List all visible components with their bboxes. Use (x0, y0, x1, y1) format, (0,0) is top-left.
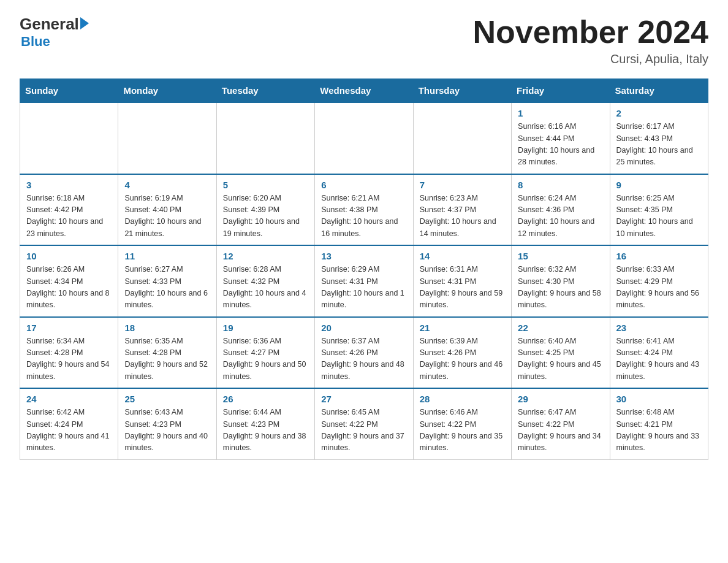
calendar-cell (20, 102, 118, 174)
calendar-cell: 13Sunrise: 6:29 AM Sunset: 4:31 PM Dayli… (315, 245, 413, 317)
day-number: 2 (616, 108, 702, 118)
calendar-cell (216, 102, 314, 174)
day-info: Sunrise: 6:24 AM Sunset: 4:36 PM Dayligh… (518, 193, 603, 240)
location-subtitle: Cursi, Apulia, Italy (473, 52, 708, 66)
calendar-cell: 4Sunrise: 6:19 AM Sunset: 4:40 PM Daylig… (118, 174, 216, 246)
calendar-cell: 7Sunrise: 6:23 AM Sunset: 4:37 PM Daylig… (413, 174, 511, 246)
day-number: 7 (420, 180, 505, 190)
day-info: Sunrise: 6:25 AM Sunset: 4:35 PM Dayligh… (616, 193, 702, 240)
week-row-5: 24Sunrise: 6:42 AM Sunset: 4:24 PM Dayli… (20, 388, 708, 459)
day-info: Sunrise: 6:21 AM Sunset: 4:38 PM Dayligh… (321, 193, 406, 240)
calendar-cell: 30Sunrise: 6:48 AM Sunset: 4:21 PM Dayli… (610, 388, 708, 459)
calendar-cell: 2Sunrise: 6:17 AM Sunset: 4:43 PM Daylig… (610, 102, 708, 174)
day-number: 4 (124, 180, 210, 190)
day-number: 12 (223, 251, 308, 261)
calendar-cell: 1Sunrise: 6:16 AM Sunset: 4:44 PM Daylig… (512, 102, 610, 174)
day-number: 17 (26, 323, 112, 333)
calendar-cell: 17Sunrise: 6:34 AM Sunset: 4:28 PM Dayli… (20, 317, 118, 389)
day-info: Sunrise: 6:41 AM Sunset: 4:24 PM Dayligh… (616, 335, 702, 383)
day-number: 13 (321, 251, 406, 261)
day-number: 24 (26, 394, 112, 404)
calendar-cell: 16Sunrise: 6:33 AM Sunset: 4:29 PM Dayli… (610, 245, 708, 317)
day-info: Sunrise: 6:28 AM Sunset: 4:32 PM Dayligh… (223, 264, 308, 312)
day-number: 30 (616, 394, 702, 404)
day-header-sunday: Sunday (20, 79, 118, 103)
calendar-cell: 21Sunrise: 6:39 AM Sunset: 4:26 PM Dayli… (413, 317, 511, 389)
day-info: Sunrise: 6:17 AM Sunset: 4:43 PM Dayligh… (616, 121, 702, 169)
day-info: Sunrise: 6:36 AM Sunset: 4:27 PM Dayligh… (223, 335, 308, 383)
day-info: Sunrise: 6:18 AM Sunset: 4:42 PM Dayligh… (26, 193, 112, 240)
week-row-4: 17Sunrise: 6:34 AM Sunset: 4:28 PM Dayli… (20, 317, 708, 389)
day-number: 18 (124, 323, 210, 333)
day-info: Sunrise: 6:43 AM Sunset: 4:23 PM Dayligh… (124, 407, 210, 454)
calendar-cell: 20Sunrise: 6:37 AM Sunset: 4:26 PM Dayli… (315, 317, 413, 389)
calendar-header-row: SundayMondayTuesdayWednesdayThursdayFrid… (20, 79, 708, 103)
day-number: 14 (420, 251, 505, 261)
calendar-cell: 27Sunrise: 6:45 AM Sunset: 4:22 PM Dayli… (315, 388, 413, 459)
logo: General Blue (20, 15, 89, 50)
day-number: 26 (223, 394, 308, 404)
day-number: 15 (518, 251, 603, 261)
logo-blue: Blue (21, 34, 50, 50)
day-number: 1 (518, 108, 603, 118)
day-number: 16 (616, 251, 702, 261)
calendar-cell: 6Sunrise: 6:21 AM Sunset: 4:38 PM Daylig… (315, 174, 413, 246)
day-header-tuesday: Tuesday (216, 79, 314, 103)
day-info: Sunrise: 6:37 AM Sunset: 4:26 PM Dayligh… (321, 335, 406, 383)
day-number: 9 (616, 180, 702, 190)
day-number: 3 (26, 180, 112, 190)
day-number: 23 (616, 323, 702, 333)
calendar-cell (118, 102, 216, 174)
calendar-table: SundayMondayTuesdayWednesdayThursdayFrid… (20, 79, 708, 460)
day-number: 29 (518, 394, 603, 404)
week-row-1: 1Sunrise: 6:16 AM Sunset: 4:44 PM Daylig… (20, 102, 708, 174)
calendar-cell: 23Sunrise: 6:41 AM Sunset: 4:24 PM Dayli… (610, 317, 708, 389)
day-info: Sunrise: 6:19 AM Sunset: 4:40 PM Dayligh… (124, 193, 210, 240)
logo-triangle-icon (80, 17, 89, 29)
page-header: General Blue November 2024 Cursi, Apulia… (20, 15, 708, 66)
day-info: Sunrise: 6:33 AM Sunset: 4:29 PM Dayligh… (616, 264, 702, 312)
calendar-cell: 15Sunrise: 6:32 AM Sunset: 4:30 PM Dayli… (512, 245, 610, 317)
day-number: 21 (420, 323, 505, 333)
day-number: 6 (321, 180, 406, 190)
day-info: Sunrise: 6:29 AM Sunset: 4:31 PM Dayligh… (321, 264, 406, 312)
day-number: 27 (321, 394, 406, 404)
day-info: Sunrise: 6:34 AM Sunset: 4:28 PM Dayligh… (26, 335, 112, 383)
calendar-cell: 9Sunrise: 6:25 AM Sunset: 4:35 PM Daylig… (610, 174, 708, 246)
calendar-cell: 3Sunrise: 6:18 AM Sunset: 4:42 PM Daylig… (20, 174, 118, 246)
calendar-cell: 24Sunrise: 6:42 AM Sunset: 4:24 PM Dayli… (20, 388, 118, 459)
title-area: November 2024 Cursi, Apulia, Italy (473, 15, 708, 66)
day-number: 20 (321, 323, 406, 333)
day-info: Sunrise: 6:47 AM Sunset: 4:22 PM Dayligh… (518, 407, 603, 454)
day-info: Sunrise: 6:23 AM Sunset: 4:37 PM Dayligh… (420, 193, 505, 240)
calendar-cell: 26Sunrise: 6:44 AM Sunset: 4:23 PM Dayli… (216, 388, 314, 459)
calendar-cell: 11Sunrise: 6:27 AM Sunset: 4:33 PM Dayli… (118, 245, 216, 317)
day-info: Sunrise: 6:26 AM Sunset: 4:34 PM Dayligh… (26, 264, 112, 312)
logo-general: General (20, 15, 79, 34)
day-info: Sunrise: 6:44 AM Sunset: 4:23 PM Dayligh… (223, 407, 308, 454)
day-info: Sunrise: 6:20 AM Sunset: 4:39 PM Dayligh… (223, 193, 308, 240)
calendar-cell: 10Sunrise: 6:26 AM Sunset: 4:34 PM Dayli… (20, 245, 118, 317)
calendar-cell: 19Sunrise: 6:36 AM Sunset: 4:27 PM Dayli… (216, 317, 314, 389)
day-info: Sunrise: 6:16 AM Sunset: 4:44 PM Dayligh… (518, 121, 603, 169)
calendar-cell: 25Sunrise: 6:43 AM Sunset: 4:23 PM Dayli… (118, 388, 216, 459)
day-info: Sunrise: 6:35 AM Sunset: 4:28 PM Dayligh… (124, 335, 210, 383)
month-title: November 2024 (473, 15, 708, 50)
calendar-cell: 14Sunrise: 6:31 AM Sunset: 4:31 PM Dayli… (413, 245, 511, 317)
calendar-cell: 8Sunrise: 6:24 AM Sunset: 4:36 PM Daylig… (512, 174, 610, 246)
day-number: 10 (26, 251, 112, 261)
calendar-cell: 18Sunrise: 6:35 AM Sunset: 4:28 PM Dayli… (118, 317, 216, 389)
day-number: 5 (223, 180, 308, 190)
calendar-cell: 28Sunrise: 6:46 AM Sunset: 4:22 PM Dayli… (413, 388, 511, 459)
day-number: 28 (420, 394, 505, 404)
day-info: Sunrise: 6:39 AM Sunset: 4:26 PM Dayligh… (420, 335, 505, 383)
day-number: 19 (223, 323, 308, 333)
day-number: 25 (124, 394, 210, 404)
day-header-friday: Friday (512, 79, 610, 103)
day-info: Sunrise: 6:40 AM Sunset: 4:25 PM Dayligh… (518, 335, 603, 383)
calendar-cell: 22Sunrise: 6:40 AM Sunset: 4:25 PM Dayli… (512, 317, 610, 389)
day-info: Sunrise: 6:27 AM Sunset: 4:33 PM Dayligh… (124, 264, 210, 312)
day-number: 22 (518, 323, 603, 333)
day-info: Sunrise: 6:45 AM Sunset: 4:22 PM Dayligh… (321, 407, 406, 454)
calendar-cell: 12Sunrise: 6:28 AM Sunset: 4:32 PM Dayli… (216, 245, 314, 317)
